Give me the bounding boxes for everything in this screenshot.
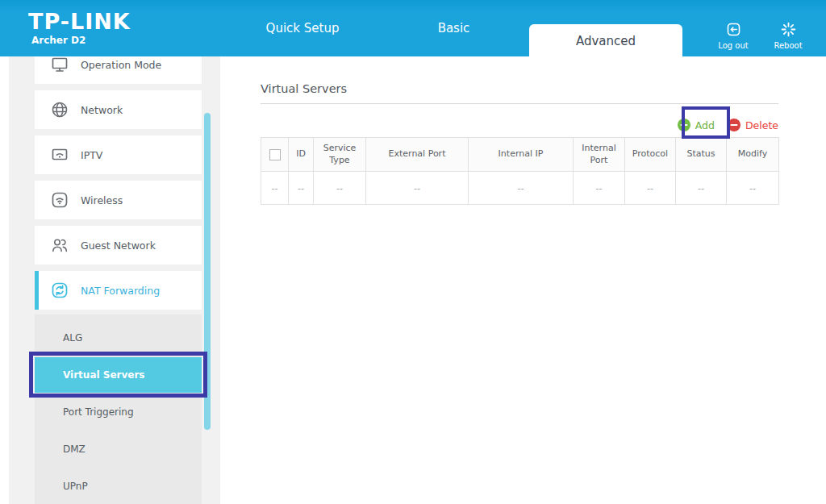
reboot-icon <box>780 21 797 38</box>
sidebar-item-label: Network <box>81 104 123 116</box>
iptv-icon <box>50 145 69 165</box>
select-all-checkbox[interactable] <box>269 149 281 160</box>
table-header-internal-port: Internal Port <box>574 138 625 172</box>
main-content: Virtual Servers Add Delete <box>220 56 826 504</box>
submenu-item-label: Port Triggering <box>63 406 134 418</box>
submenu-item-dmz[interactable]: DMZ <box>35 431 202 468</box>
table-header-id: ID <box>289 138 314 172</box>
sidebar-item-label: Wireless <box>81 194 123 206</box>
nat-forwarding-icon <box>50 281 69 300</box>
table-header-row: ID Service Type External Port Internal I… <box>261 138 779 172</box>
add-button[interactable]: Add <box>678 119 715 131</box>
tab-label: Basic <box>438 21 470 35</box>
table-toolbar: Add Delete <box>261 115 778 135</box>
delete-button[interactable]: Delete <box>728 119 778 131</box>
table-header-modify: Modify <box>727 138 779 172</box>
add-label: Add <box>695 119 715 131</box>
title-divider <box>261 103 778 104</box>
header-bar: TP-LINK Archer D2 Quick Setup Basic Adva… <box>0 0 826 56</box>
globe-icon <box>50 100 69 119</box>
router-admin-page: Operation Mode Network IPTV <box>0 0 826 504</box>
table-cell: -- <box>574 172 625 205</box>
tab-quick-setup[interactable]: Quick Setup <box>234 0 371 56</box>
sidebar-item-nat-forwarding[interactable]: NAT Forwarding <box>35 271 202 310</box>
table-header-internal-ip: Internal IP <box>469 138 574 172</box>
submenu-item-upnp[interactable]: UPnP <box>35 468 202 504</box>
sidebar-item-iptv[interactable]: IPTV <box>35 135 202 174</box>
table-cell: -- <box>727 172 779 205</box>
table-header-select <box>261 138 289 172</box>
submenu-item-alg[interactable]: ALG <box>35 319 202 356</box>
tab-label: Quick Setup <box>266 21 340 35</box>
sidebar-item-operation-mode[interactable]: Operation Mode <box>35 56 202 84</box>
table-row: -- -- -- -- -- -- -- -- -- <box>261 172 779 205</box>
table-header-status: Status <box>676 138 727 172</box>
table-cell: -- <box>625 172 676 205</box>
logo-model: Archer D2 <box>28 35 131 46</box>
logout-button[interactable]: Log out <box>709 21 757 50</box>
delete-icon <box>728 119 740 131</box>
submenu-item-label: Virtual Servers <box>63 369 145 381</box>
table-header-service-type: Service Type <box>314 138 366 172</box>
table-cell: -- <box>261 172 289 205</box>
sidebar-item-wireless[interactable]: Wireless <box>35 181 202 219</box>
logo-text: TP-LINK <box>28 10 131 34</box>
table-cell: -- <box>289 172 314 205</box>
reboot-label: Reboot <box>774 41 802 50</box>
virtual-servers-table: ID Service Type External Port Internal I… <box>261 137 779 205</box>
table-cell: -- <box>676 172 727 205</box>
sidebar-item-label: IPTV <box>81 149 102 161</box>
table-header-external-port: External Port <box>366 138 469 172</box>
wireless-icon <box>50 190 69 210</box>
add-icon <box>678 119 690 131</box>
table-cell: -- <box>469 172 574 205</box>
sidebar-item-label: Operation Mode <box>81 59 161 71</box>
sidebar-scrollbar[interactable] <box>204 113 211 430</box>
monitor-icon <box>50 56 69 74</box>
sidebar-item-network[interactable]: Network <box>35 90 202 129</box>
tab-label: Advanced <box>576 34 636 48</box>
tab-basic[interactable]: Basic <box>403 0 504 56</box>
tab-advanced[interactable]: Advanced <box>529 24 682 57</box>
table-cell: -- <box>366 172 469 205</box>
delete-label: Delete <box>745 119 778 131</box>
submenu-item-virtual-servers[interactable]: Virtual Servers <box>35 357 202 393</box>
sidebar-item-label: NAT Forwarding <box>81 285 160 297</box>
logout-label: Log out <box>718 41 748 50</box>
table-header-protocol: Protocol <box>625 138 676 172</box>
submenu-item-label: DMZ <box>63 444 86 455</box>
submenu-item-port-triggering[interactable]: Port Triggering <box>35 394 202 431</box>
submenu-item-label: ALG <box>63 332 82 344</box>
sidebar-item-guest-network[interactable]: Guest Network <box>35 226 202 264</box>
guest-network-icon <box>50 235 69 255</box>
table-cell: -- <box>314 172 366 205</box>
logout-icon <box>725 21 742 38</box>
sidebar-item-label: Guest Network <box>81 240 156 252</box>
submenu-item-label: UPnP <box>63 481 88 492</box>
logo: TP-LINK Archer D2 <box>28 10 131 46</box>
page-title: Virtual Servers <box>261 82 347 95</box>
reboot-button[interactable]: Reboot <box>764 21 812 50</box>
sidebar: Operation Mode Network IPTV <box>0 56 220 504</box>
